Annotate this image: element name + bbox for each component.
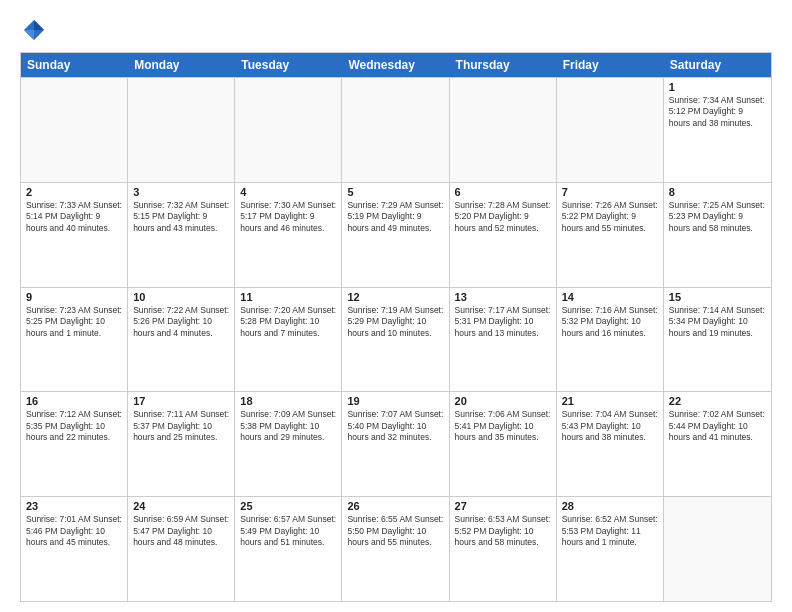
day-info: Sunrise: 7:09 AM Sunset: 5:38 PM Dayligh… <box>240 409 336 443</box>
day-number: 24 <box>133 500 229 512</box>
cal-cell <box>21 78 128 182</box>
header-day-saturday: Saturday <box>664 53 771 77</box>
day-info: Sunrise: 6:55 AM Sunset: 5:50 PM Dayligh… <box>347 514 443 548</box>
day-info: Sunrise: 7:22 AM Sunset: 5:26 PM Dayligh… <box>133 305 229 339</box>
day-number: 21 <box>562 395 658 407</box>
svg-marker-2 <box>24 30 34 40</box>
day-info: Sunrise: 7:17 AM Sunset: 5:31 PM Dayligh… <box>455 305 551 339</box>
day-number: 3 <box>133 186 229 198</box>
day-number: 9 <box>26 291 122 303</box>
day-number: 22 <box>669 395 766 407</box>
cal-cell <box>342 78 449 182</box>
cal-cell: 27Sunrise: 6:53 AM Sunset: 5:52 PM Dayli… <box>450 497 557 601</box>
calendar: SundayMondayTuesdayWednesdayThursdayFrid… <box>20 52 772 602</box>
week-row-5: 23Sunrise: 7:01 AM Sunset: 5:46 PM Dayli… <box>21 496 771 601</box>
cal-cell: 2Sunrise: 7:33 AM Sunset: 5:14 PM Daylig… <box>21 183 128 287</box>
cal-cell: 11Sunrise: 7:20 AM Sunset: 5:28 PM Dayli… <box>235 288 342 392</box>
header <box>20 16 772 44</box>
day-number: 23 <box>26 500 122 512</box>
day-number: 18 <box>240 395 336 407</box>
day-info: Sunrise: 7:19 AM Sunset: 5:29 PM Dayligh… <box>347 305 443 339</box>
day-number: 2 <box>26 186 122 198</box>
day-info: Sunrise: 7:01 AM Sunset: 5:46 PM Dayligh… <box>26 514 122 548</box>
day-number: 28 <box>562 500 658 512</box>
cal-cell: 8Sunrise: 7:25 AM Sunset: 5:23 PM Daylig… <box>664 183 771 287</box>
day-info: Sunrise: 7:06 AM Sunset: 5:41 PM Dayligh… <box>455 409 551 443</box>
cal-cell <box>450 78 557 182</box>
cal-cell: 10Sunrise: 7:22 AM Sunset: 5:26 PM Dayli… <box>128 288 235 392</box>
day-info: Sunrise: 7:12 AM Sunset: 5:35 PM Dayligh… <box>26 409 122 443</box>
cal-cell: 5Sunrise: 7:29 AM Sunset: 5:19 PM Daylig… <box>342 183 449 287</box>
day-number: 1 <box>669 81 766 93</box>
cal-cell: 18Sunrise: 7:09 AM Sunset: 5:38 PM Dayli… <box>235 392 342 496</box>
day-number: 12 <box>347 291 443 303</box>
day-info: Sunrise: 6:53 AM Sunset: 5:52 PM Dayligh… <box>455 514 551 548</box>
day-number: 10 <box>133 291 229 303</box>
cal-cell: 4Sunrise: 7:30 AM Sunset: 5:17 PM Daylig… <box>235 183 342 287</box>
logo-icon <box>20 16 48 44</box>
header-day-sunday: Sunday <box>21 53 128 77</box>
week-row-3: 9Sunrise: 7:23 AM Sunset: 5:25 PM Daylig… <box>21 287 771 392</box>
day-info: Sunrise: 6:59 AM Sunset: 5:47 PM Dayligh… <box>133 514 229 548</box>
cal-cell: 13Sunrise: 7:17 AM Sunset: 5:31 PM Dayli… <box>450 288 557 392</box>
day-number: 6 <box>455 186 551 198</box>
day-number: 5 <box>347 186 443 198</box>
cal-cell: 14Sunrise: 7:16 AM Sunset: 5:32 PM Dayli… <box>557 288 664 392</box>
cal-cell: 12Sunrise: 7:19 AM Sunset: 5:29 PM Dayli… <box>342 288 449 392</box>
day-info: Sunrise: 6:52 AM Sunset: 5:53 PM Dayligh… <box>562 514 658 548</box>
header-day-thursday: Thursday <box>450 53 557 77</box>
cal-cell <box>557 78 664 182</box>
day-number: 8 <box>669 186 766 198</box>
day-info: Sunrise: 7:16 AM Sunset: 5:32 PM Dayligh… <box>562 305 658 339</box>
day-number: 11 <box>240 291 336 303</box>
cal-cell: 21Sunrise: 7:04 AM Sunset: 5:43 PM Dayli… <box>557 392 664 496</box>
day-info: Sunrise: 7:14 AM Sunset: 5:34 PM Dayligh… <box>669 305 766 339</box>
cal-cell: 15Sunrise: 7:14 AM Sunset: 5:34 PM Dayli… <box>664 288 771 392</box>
week-row-4: 16Sunrise: 7:12 AM Sunset: 5:35 PM Dayli… <box>21 391 771 496</box>
header-day-tuesday: Tuesday <box>235 53 342 77</box>
day-info: Sunrise: 7:30 AM Sunset: 5:17 PM Dayligh… <box>240 200 336 234</box>
day-number: 27 <box>455 500 551 512</box>
day-info: Sunrise: 7:28 AM Sunset: 5:20 PM Dayligh… <box>455 200 551 234</box>
day-info: Sunrise: 7:20 AM Sunset: 5:28 PM Dayligh… <box>240 305 336 339</box>
cal-cell: 16Sunrise: 7:12 AM Sunset: 5:35 PM Dayli… <box>21 392 128 496</box>
cal-cell: 28Sunrise: 6:52 AM Sunset: 5:53 PM Dayli… <box>557 497 664 601</box>
cal-cell <box>664 497 771 601</box>
day-number: 17 <box>133 395 229 407</box>
day-info: Sunrise: 7:34 AM Sunset: 5:12 PM Dayligh… <box>669 95 766 129</box>
cal-cell <box>128 78 235 182</box>
day-number: 20 <box>455 395 551 407</box>
day-number: 7 <box>562 186 658 198</box>
cal-cell: 26Sunrise: 6:55 AM Sunset: 5:50 PM Dayli… <box>342 497 449 601</box>
day-number: 15 <box>669 291 766 303</box>
day-info: Sunrise: 7:26 AM Sunset: 5:22 PM Dayligh… <box>562 200 658 234</box>
day-info: Sunrise: 7:33 AM Sunset: 5:14 PM Dayligh… <box>26 200 122 234</box>
cal-cell: 1Sunrise: 7:34 AM Sunset: 5:12 PM Daylig… <box>664 78 771 182</box>
day-info: Sunrise: 7:11 AM Sunset: 5:37 PM Dayligh… <box>133 409 229 443</box>
cal-cell: 24Sunrise: 6:59 AM Sunset: 5:47 PM Dayli… <box>128 497 235 601</box>
day-info: Sunrise: 7:25 AM Sunset: 5:23 PM Dayligh… <box>669 200 766 234</box>
day-info: Sunrise: 7:04 AM Sunset: 5:43 PM Dayligh… <box>562 409 658 443</box>
calendar-header: SundayMondayTuesdayWednesdayThursdayFrid… <box>21 53 771 77</box>
page: SundayMondayTuesdayWednesdayThursdayFrid… <box>0 0 792 612</box>
cal-cell: 23Sunrise: 7:01 AM Sunset: 5:46 PM Dayli… <box>21 497 128 601</box>
day-number: 26 <box>347 500 443 512</box>
day-info: Sunrise: 7:32 AM Sunset: 5:15 PM Dayligh… <box>133 200 229 234</box>
cal-cell: 20Sunrise: 7:06 AM Sunset: 5:41 PM Dayli… <box>450 392 557 496</box>
week-row-1: 1Sunrise: 7:34 AM Sunset: 5:12 PM Daylig… <box>21 77 771 182</box>
week-row-2: 2Sunrise: 7:33 AM Sunset: 5:14 PM Daylig… <box>21 182 771 287</box>
day-info: Sunrise: 7:07 AM Sunset: 5:40 PM Dayligh… <box>347 409 443 443</box>
day-number: 16 <box>26 395 122 407</box>
cal-cell: 22Sunrise: 7:02 AM Sunset: 5:44 PM Dayli… <box>664 392 771 496</box>
cal-cell: 3Sunrise: 7:32 AM Sunset: 5:15 PM Daylig… <box>128 183 235 287</box>
header-day-monday: Monday <box>128 53 235 77</box>
day-info: Sunrise: 7:02 AM Sunset: 5:44 PM Dayligh… <box>669 409 766 443</box>
day-info: Sunrise: 7:29 AM Sunset: 5:19 PM Dayligh… <box>347 200 443 234</box>
cal-cell: 25Sunrise: 6:57 AM Sunset: 5:49 PM Dayli… <box>235 497 342 601</box>
day-info: Sunrise: 7:23 AM Sunset: 5:25 PM Dayligh… <box>26 305 122 339</box>
day-info: Sunrise: 6:57 AM Sunset: 5:49 PM Dayligh… <box>240 514 336 548</box>
day-number: 19 <box>347 395 443 407</box>
cal-cell: 9Sunrise: 7:23 AM Sunset: 5:25 PM Daylig… <box>21 288 128 392</box>
cal-cell: 6Sunrise: 7:28 AM Sunset: 5:20 PM Daylig… <box>450 183 557 287</box>
logo <box>20 16 52 44</box>
